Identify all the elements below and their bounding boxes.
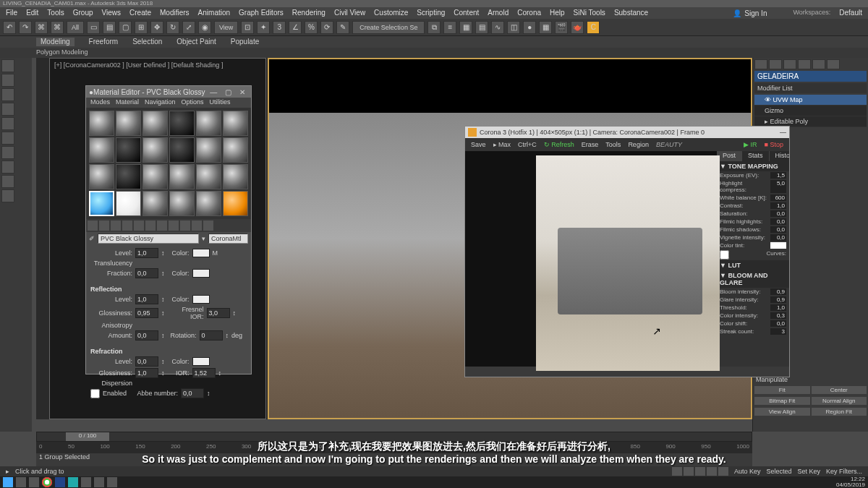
mirror-button[interactable]: ⧉ <box>427 21 441 34</box>
minimize-button[interactable]: — <box>207 88 220 96</box>
material-slot[interactable] <box>89 137 114 163</box>
autokey-button[interactable]: Auto Key <box>734 468 761 475</box>
mat-tool-icon[interactable] <box>157 221 167 231</box>
menu-views[interactable]: Views <box>102 9 122 17</box>
selected-dropdown[interactable]: Selected <box>766 468 791 475</box>
task-explorer-icon[interactable] <box>29 477 39 487</box>
menu-customize[interactable]: Customize <box>374 9 408 17</box>
tonemapping-header[interactable]: ▼ TONE MAPPING <box>717 161 789 171</box>
lt-teapot-icon[interactable] <box>1 88 14 101</box>
refl-gloss-spinner[interactable]: 0,95 <box>135 308 158 318</box>
material-type-button[interactable]: CoronaMtl <box>208 234 248 244</box>
mat-tool-icon[interactable] <box>192 221 202 231</box>
schematic-button[interactable]: ◫ <box>507 21 520 34</box>
manipulate-button[interactable]: ✦ <box>257 21 270 34</box>
ribbon-populate[interactable]: Populate <box>231 38 259 46</box>
mat-tool-icon[interactable] <box>203 221 213 231</box>
material-slot[interactable] <box>116 137 141 163</box>
time-slider-handle[interactable]: 0 / 100 <box>66 432 109 441</box>
translucency-fraction-spinner[interactable]: 0,0 <box>135 268 158 278</box>
select-button[interactable]: ▭ <box>87 21 100 34</box>
menu-arnold[interactable]: Arnold <box>488 9 509 17</box>
system-clock[interactable]: 12:22 04/05/2019 <box>836 476 865 488</box>
corona-titlebar[interactable]: Corona 3 (Hotfix 1) | 404×505px (1:1) | … <box>465 127 789 138</box>
menu-scripting[interactable]: Scripting <box>417 9 445 17</box>
coord-dropdown[interactable]: View <box>214 21 238 34</box>
link-button[interactable]: ⌘ <box>35 21 48 34</box>
time-ruler[interactable]: 0501001502002503003504004505005506006507… <box>36 442 752 453</box>
modifier-gizmo[interactable]: Gizmo <box>754 106 867 116</box>
aniso-rotation-spinner[interactable]: 0 <box>200 330 223 341</box>
task-3dsmax-icon[interactable] <box>68 477 78 487</box>
refr-level-spinner[interactable]: 0,0 <box>135 356 158 367</box>
menu-create[interactable]: Create <box>129 9 151 17</box>
matmenu-options[interactable]: Options <box>182 98 204 107</box>
material-slot[interactable] <box>142 137 168 163</box>
ribbon-modeling[interactable]: Modeling <box>36 38 75 46</box>
select-window-button[interactable]: ⊞ <box>135 21 148 34</box>
matmenu-modes[interactable]: Modes <box>90 98 110 107</box>
mat-tool-icon[interactable] <box>180 221 190 231</box>
mat-tool-icon[interactable] <box>99 221 109 231</box>
snap-button[interactable]: 3 <box>273 21 286 34</box>
material-slot[interactable] <box>196 191 221 216</box>
highlight-spinner[interactable]: 5,0 <box>770 180 786 193</box>
goto-end-button[interactable] <box>718 467 728 476</box>
corona-refresh-button[interactable]: ↻ Refresh <box>542 141 576 148</box>
motion-tab-icon[interactable] <box>798 59 811 69</box>
material-slot[interactable] <box>169 111 195 136</box>
material-slot-selected[interactable] <box>89 191 114 216</box>
task-search-icon[interactable] <box>16 477 26 487</box>
mat-tool-icon[interactable] <box>111 221 121 231</box>
menu-file[interactable]: File <box>6 9 17 17</box>
lt-spline-icon[interactable] <box>1 160 14 174</box>
vignette-spinner[interactable]: 0,0 <box>770 234 786 241</box>
refr-ior-spinner[interactable]: 1,52 <box>192 368 216 378</box>
dispersion-enabled-checkbox[interactable] <box>90 389 100 398</box>
material-slot[interactable] <box>223 164 248 189</box>
ribbon-selection[interactable]: Selection <box>132 38 162 46</box>
normalalign-button[interactable]: Normal Align <box>812 397 867 405</box>
modifier-list-dropdown[interactable]: Modifier List <box>754 83 867 93</box>
menu-civilview[interactable]: Civil View <box>334 9 365 17</box>
redo-button[interactable]: ↷ <box>19 21 32 34</box>
time-slider[interactable]: 0 / 100 <box>36 432 752 442</box>
translucency-color-swatch[interactable] <box>192 269 210 278</box>
workspace-dropdown[interactable]: Default <box>839 9 862 17</box>
mat-tool-icon[interactable] <box>145 221 156 231</box>
bloom-i-spinner[interactable]: 0,9 <box>770 288 786 295</box>
corona-tab-history[interactable]: History <box>770 151 789 161</box>
curves-checkbox[interactable] <box>720 250 729 260</box>
menu-grapheditors[interactable]: Graph Editors <box>239 9 284 17</box>
select-rect-button[interactable]: ▢ <box>119 21 132 34</box>
undo-button[interactable]: ↶ <box>3 21 16 34</box>
colint-spinner[interactable]: 0,3 <box>770 312 786 319</box>
saturation-spinner[interactable]: 0,0 <box>770 210 786 217</box>
threshold-spinner[interactable]: 1,0 <box>770 304 786 311</box>
corona-button[interactable]: C <box>587 21 600 34</box>
corona-stop-button[interactable]: ■ Stop <box>763 141 785 148</box>
abbe-spinner[interactable]: 0,0 <box>181 388 204 398</box>
toggle-button[interactable]: ▤ <box>475 21 488 34</box>
lt-light-icon[interactable] <box>1 103 14 116</box>
lut-header[interactable]: ▼ LUT <box>717 260 789 270</box>
viewalign-button[interactable]: View Align <box>754 408 810 416</box>
setkey-button[interactable]: Set Key <box>797 468 820 475</box>
create-tab-icon[interactable] <box>754 59 767 69</box>
material-slot[interactable] <box>196 164 221 189</box>
task-app-icon[interactable] <box>107 477 117 487</box>
lt-box-icon[interactable] <box>1 59 14 72</box>
bloom-header[interactable]: ▼ BLOOM AND GLARE <box>717 270 789 288</box>
eyedropper-icon[interactable]: ✐ <box>89 235 95 242</box>
menu-substance[interactable]: Substance <box>614 9 648 17</box>
material-slot[interactable] <box>223 137 248 163</box>
material-slot[interactable] <box>223 191 248 216</box>
corona-ir-button[interactable]: ▶ IR <box>742 141 759 148</box>
keyfilters-button[interactable]: Key Filters... <box>826 468 862 475</box>
placement-button[interactable]: ◉ <box>198 21 211 34</box>
menu-corona[interactable]: Corona <box>517 9 541 17</box>
render-setup-button[interactable]: ▦ <box>539 21 552 34</box>
matmenu-navigation[interactable]: Navigation <box>145 98 176 107</box>
task-app-icon[interactable] <box>81 477 91 487</box>
close-button[interactable]: ✕ <box>237 88 248 96</box>
